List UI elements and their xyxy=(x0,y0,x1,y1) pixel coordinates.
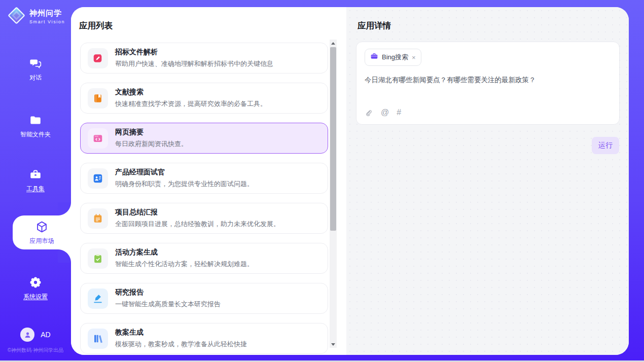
folder-icon xyxy=(29,114,42,127)
run-button[interactable]: 运行 xyxy=(592,137,619,154)
sidebar-item-label: 系统设置 xyxy=(23,293,48,300)
chat-icon xyxy=(29,57,42,70)
brand: 神州问学 Smart Vision xyxy=(7,6,65,27)
edit-square-icon xyxy=(88,48,108,68)
user-name: AD xyxy=(41,331,50,339)
app-name: 研究报告 xyxy=(115,288,221,297)
app-name: 产品经理面试官 xyxy=(115,168,254,177)
briefcase-icon xyxy=(370,52,378,62)
app-list-title: 应用列表 xyxy=(79,20,113,31)
sidebar-item-label: 工具集 xyxy=(26,185,45,192)
scrollbar[interactable] xyxy=(330,40,337,348)
app-card[interactable]: 网页摘要每日政府新闻资讯快查。 xyxy=(80,123,328,154)
app-name: 教案生成 xyxy=(115,328,247,337)
composer-toolbar: @ # xyxy=(365,108,401,117)
book-icon xyxy=(88,88,108,108)
hashtag-icon[interactable]: # xyxy=(397,108,401,117)
scroll-down-icon[interactable] xyxy=(330,341,337,348)
app-card[interactable]: 研究报告一键智能生成高质量长文本研究报告 xyxy=(80,283,328,314)
user-icon xyxy=(23,331,32,339)
sidebar-item-cube[interactable]: 应用市场 xyxy=(13,215,71,249)
app-desc: 模板驱动，教案秒成，教学准备从此轻松快捷 xyxy=(115,340,247,349)
app-desc: 帮助用户快速、准确地理解和解析招标书中的关键信息 xyxy=(115,59,273,68)
copyright: ©神州数码·神州问学出品 xyxy=(0,347,71,354)
app-card[interactable]: 产品经理面试官明确身份和职责，为您提供专业性的面试问题。 xyxy=(80,163,328,194)
sidebar-item-label: 智能文件夹 xyxy=(20,131,51,138)
app-desc: 明确身份和职责，为您提供专业性的面试问题。 xyxy=(115,179,254,189)
paperclip-icon[interactable] xyxy=(365,108,373,117)
brand-logo-icon xyxy=(7,6,26,27)
scroll-up-icon[interactable] xyxy=(330,40,337,47)
brand-name: 神州问学 xyxy=(29,9,65,18)
tool-chip-label: Bing搜索 xyxy=(382,53,408,62)
app-name: 网页摘要 xyxy=(115,128,188,137)
app-desc: 每日政府新闻资讯快查。 xyxy=(115,139,188,149)
app-desc: 智能生成个性化活动方案，轻松解决规划难题。 xyxy=(115,260,254,269)
app-list-panel: 应用列表 招标文件解析帮助用户快速、准确地理解和解析招标书中的关键信息文献搜索快… xyxy=(71,7,346,355)
toolbox-icon xyxy=(29,168,42,181)
app-detail-title: 应用详情 xyxy=(357,20,391,31)
brand-subtitle: Smart Vision xyxy=(29,19,65,24)
app-card[interactable]: 活动方案生成智能生成个性化活动方案，轻松解决规划难题。 xyxy=(80,243,328,274)
prompt-card: Bing搜索 × 今日湖北有哪些新闻要点？有哪些需要关注的最新政策？ @ # xyxy=(356,42,620,125)
app-name: 招标文件解析 xyxy=(115,48,273,57)
app-name: 文献搜索 xyxy=(115,88,267,97)
sidebar: 神州问学 Smart Vision 对话智能文件夹工具集应用市场系统设置 AD … xyxy=(0,0,71,362)
sidebar-item-label: 应用市场 xyxy=(30,237,54,244)
content-island: 应用列表 招标文件解析帮助用户快速、准确地理解和解析招标书中的关键信息文献搜索快… xyxy=(71,7,629,355)
avatar xyxy=(20,328,34,342)
pen-ink-icon xyxy=(88,288,108,309)
app-card[interactable]: 文献搜索快速精准查找学术资源，提高研究效率的必备工具。 xyxy=(80,83,328,114)
app-detail-panel: 应用详情 Bing搜索 × 今日湖北有哪些新闻要点？有哪些需要关注的最新政策？ xyxy=(346,7,629,355)
user-row[interactable]: AD xyxy=(0,328,71,342)
interview-icon xyxy=(88,168,108,189)
app-name: 项目总结汇报 xyxy=(115,208,280,217)
sidebar-item-toolbox[interactable]: 工具集 xyxy=(0,168,71,193)
chip-close-icon[interactable]: × xyxy=(412,54,416,61)
sidebar-item-folder[interactable]: 智能文件夹 xyxy=(0,114,71,139)
sidebar-item-gear[interactable]: 系统设置 xyxy=(0,276,71,301)
app-card[interactable]: 教案生成模板驱动，教案秒成，教学准备从此轻松快捷 xyxy=(80,323,328,354)
app-card[interactable]: 项目总结汇报全面回顾项目进展，总结经验教训，助力未来优化发展。 xyxy=(80,203,328,234)
browser-code-icon xyxy=(88,128,108,149)
sidebar-item-chat[interactable]: 对话 xyxy=(0,57,71,82)
clipboard-check-icon xyxy=(88,248,108,269)
app-desc: 快速精准查找学术资源，提高研究效率的必备工具。 xyxy=(115,99,267,108)
sidebar-item-label: 对话 xyxy=(29,74,42,81)
mention-at-icon[interactable]: @ xyxy=(381,108,389,117)
app-card[interactable]: 招标文件解析帮助用户快速、准确地理解和解析招标书中的关键信息 xyxy=(80,43,328,74)
app-cards-list: 招标文件解析帮助用户快速、准确地理解和解析招标书中的关键信息文献搜索快速精准查找… xyxy=(80,43,328,354)
app-desc: 全面回顾项目进展，总结经验教训，助力未来优化发展。 xyxy=(115,220,280,229)
prompt-input[interactable]: 今日湖北有哪些新闻要点？有哪些需要关注的最新政策？ xyxy=(365,76,608,85)
app-name: 活动方案生成 xyxy=(115,248,254,257)
books-icon xyxy=(88,329,108,349)
notepad-icon xyxy=(88,208,108,229)
cube-icon xyxy=(35,220,49,234)
scrollbar-thumb[interactable] xyxy=(330,47,336,231)
app-desc: 一键智能生成高质量长文本研究报告 xyxy=(115,300,221,309)
tool-chip-bing-search[interactable]: Bing搜索 × xyxy=(365,49,421,66)
gear-icon xyxy=(29,276,42,289)
